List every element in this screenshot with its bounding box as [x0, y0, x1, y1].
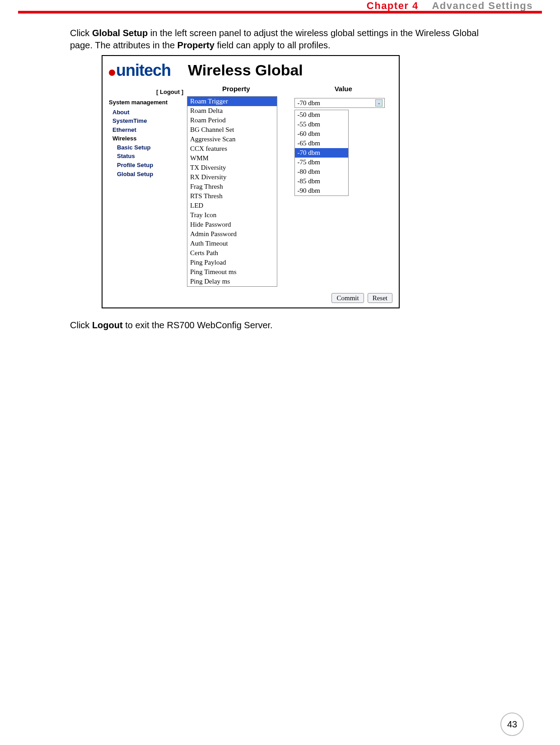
page-number: 43 — [500, 712, 524, 736]
value-option[interactable]: -70 dbm — [295, 148, 348, 158]
property-option[interactable]: TX Diversity — [187, 163, 277, 172]
value-option[interactable]: -90 dbm — [295, 186, 348, 196]
sidebar-item-basic-setup[interactable]: Basic Setup — [117, 144, 183, 152]
property-option[interactable]: LED — [187, 201, 277, 210]
sidebar-item-ethernet[interactable]: Ethernet — [112, 126, 183, 134]
property-option[interactable]: Admin Password — [187, 229, 277, 239]
value-selected-text: -70 dbm — [298, 98, 320, 107]
sidebar-item-wireless[interactable]: Wireless — [112, 135, 183, 143]
property-option[interactable]: RTS Thresh — [187, 191, 277, 201]
value-option[interactable]: -85 dbm — [295, 177, 348, 186]
value-option[interactable]: -65 dbm — [295, 139, 348, 148]
page-title: Wireless Global — [188, 60, 303, 81]
page-content: Click Global Setup in the left screen pa… — [70, 27, 490, 334]
property-header: Property — [187, 84, 285, 93]
property-option[interactable]: Ping Timeout ms — [187, 267, 277, 277]
global-setup-bold: Global Setup — [92, 28, 148, 38]
button-row: Commit Reset — [103, 293, 399, 307]
commit-button[interactable]: Commit — [331, 293, 364, 303]
property-option[interactable]: Roam Trigger — [187, 97, 277, 106]
wireless-global-screenshot: unitech Wireless Global [ Logout ] Syste… — [102, 55, 400, 308]
property-bold: Property — [177, 40, 215, 50]
property-listbox[interactable]: Roam TriggerRoam DeltaRoam PeriodBG Chan… — [187, 96, 277, 287]
logout-bold: Logout — [92, 320, 123, 330]
property-option[interactable]: Tray Icon — [187, 210, 277, 220]
property-option[interactable]: Ping Delay ms — [187, 277, 277, 286]
sidebar-item-status[interactable]: Status — [117, 152, 183, 160]
property-option[interactable]: BG Channel Set — [187, 125, 277, 135]
settings-panel: Property Roam TriggerRoam DeltaRoam Peri… — [187, 84, 392, 287]
value-header: Value — [294, 84, 393, 93]
chapter-header: Chapter 4 Advanced Settings — [367, 0, 533, 12]
property-option[interactable]: Ping Payload — [187, 258, 277, 267]
property-option[interactable]: Aggressive Scan — [187, 135, 277, 144]
sidebar-item-profile-setup[interactable]: Profile Setup — [117, 161, 183, 169]
paragraph-2: Click Logout to exit the RS700 WebConfig… — [70, 319, 490, 331]
figure-header: unitech Wireless Global — [103, 56, 399, 82]
chapter-number: Chapter 4 — [367, 0, 419, 11]
value-option[interactable]: -60 dbm — [295, 129, 348, 139]
property-option[interactable]: Roam Delta — [187, 106, 277, 116]
sidebar-item-about[interactable]: About — [112, 108, 183, 116]
reset-button[interactable]: Reset — [368, 293, 392, 303]
property-option[interactable]: Auth Timeout — [187, 239, 277, 248]
value-select[interactable]: -70 dbm ⌄ — [294, 98, 385, 108]
header-divider — [18, 11, 542, 14]
property-option[interactable]: Frag Thresh — [187, 182, 277, 191]
unitech-logo: unitech — [109, 60, 171, 82]
sidebar-item-systemtime[interactable]: SystemTime — [112, 117, 183, 125]
system-management-label: System management — [109, 98, 183, 107]
property-option[interactable]: Certs Path — [187, 248, 277, 258]
property-option[interactable]: Hide Password — [187, 220, 277, 229]
sidebar: [ Logout ] System management About Syste… — [109, 84, 183, 287]
value-option[interactable]: -55 dbm — [295, 120, 348, 129]
paragraph-1: Click Global Setup in the left screen pa… — [70, 27, 490, 51]
logout-link[interactable]: [ Logout ] — [109, 88, 183, 96]
value-dropdown[interactable]: -50 dbm-55 dbm-60 dbm-65 dbm-70 dbm-75 d… — [294, 110, 349, 196]
property-option[interactable]: WMM — [187, 154, 277, 163]
value-column: Value -70 dbm ⌄ -50 dbm-55 dbm-60 dbm-65… — [294, 84, 393, 287]
chevron-down-icon: ⌄ — [375, 99, 383, 107]
property-column: Property Roam TriggerRoam DeltaRoam Peri… — [187, 84, 285, 287]
property-option[interactable]: CCX features — [187, 144, 277, 154]
sidebar-item-global-setup[interactable]: Global Setup — [117, 170, 183, 178]
property-option[interactable]: RX Diversity — [187, 172, 277, 182]
chapter-title: Advanced Settings — [432, 0, 533, 11]
value-option[interactable]: -80 dbm — [295, 167, 348, 177]
value-option[interactable]: -50 dbm — [295, 110, 348, 120]
property-option[interactable]: Roam Period — [187, 116, 277, 125]
value-option[interactable]: -75 dbm — [295, 158, 348, 167]
